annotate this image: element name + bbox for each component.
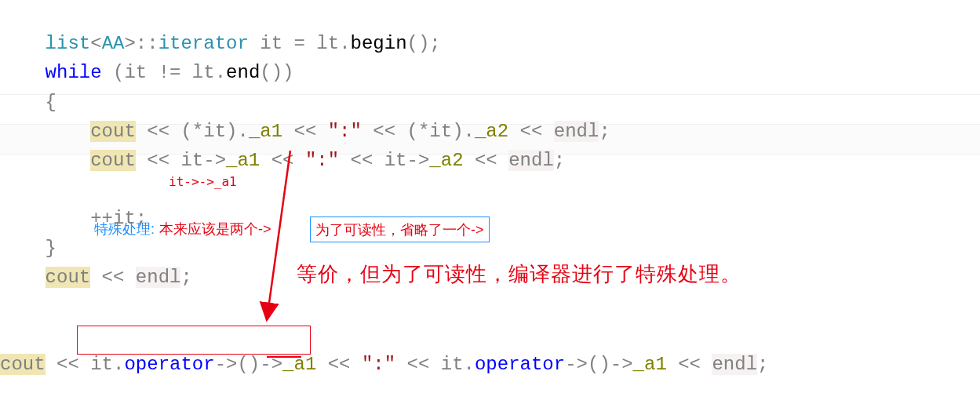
tok-endl: endl bbox=[136, 267, 181, 288]
tok-keyword: operator bbox=[475, 354, 565, 375]
tok-op: << bbox=[282, 121, 328, 142]
tok-ident: it bbox=[260, 33, 282, 54]
tok-ident: it bbox=[124, 62, 147, 83]
tok-op: = bbox=[282, 33, 316, 54]
tok-str: ":" bbox=[305, 150, 339, 171]
tok-op: != bbox=[147, 62, 192, 83]
tok-op: . bbox=[113, 354, 124, 375]
brace: } bbox=[46, 238, 56, 259]
tok-semi: ; bbox=[554, 150, 565, 171]
tok-type: AA bbox=[102, 33, 125, 54]
tok-op: << bbox=[90, 267, 136, 288]
tok-fn: begin bbox=[351, 33, 407, 54]
tok-op: << bbox=[260, 150, 305, 171]
tok-op: << (* bbox=[362, 121, 429, 142]
tok-member: _a1 bbox=[633, 354, 667, 375]
tok-arrow: -> bbox=[407, 150, 430, 171]
tok-member: _a2 bbox=[475, 121, 508, 142]
tok-ident: it bbox=[90, 354, 113, 375]
tok-member: _a1 bbox=[249, 121, 282, 142]
tok-ident: lt bbox=[192, 62, 215, 83]
tok-ident: it bbox=[384, 150, 407, 171]
tok-semi: ; bbox=[757, 354, 768, 375]
tok-op: << bbox=[667, 354, 712, 375]
tok-op: ). bbox=[226, 121, 249, 142]
annotation-main: 等价，但为了可读性，编译器进行了特殊处理。 bbox=[297, 260, 741, 288]
space bbox=[249, 33, 260, 54]
code-block: list<AA>::iterator it = lt.begin(); whil… bbox=[0, 0, 768, 379]
tok-keyword: while bbox=[46, 62, 102, 83]
tok-cout: cout bbox=[90, 150, 136, 171]
tok-endl: endl bbox=[712, 354, 757, 375]
tok-op: << bbox=[136, 150, 181, 171]
tok-fn: end bbox=[226, 62, 260, 83]
tok-endl: endl bbox=[508, 150, 554, 171]
tok-str: ":" bbox=[328, 121, 362, 142]
annotation-special-red: 本来应该是两个-> bbox=[159, 220, 271, 238]
annotation-shorthand: it->->_a1 bbox=[169, 174, 237, 189]
tok-op: ( bbox=[102, 62, 125, 83]
red-box bbox=[77, 326, 311, 355]
tok-keyword: operator bbox=[124, 354, 214, 375]
tok-ident: it bbox=[429, 121, 452, 142]
tok-ident: it bbox=[180, 150, 203, 171]
tok-op: << bbox=[395, 354, 441, 375]
tok-type: list bbox=[46, 33, 91, 54]
tok-cout: cout bbox=[0, 354, 46, 375]
annotation-special-label: 特殊处理: bbox=[94, 220, 155, 238]
blue-box: 为了可读性，省略了一个-> bbox=[310, 217, 490, 242]
tok-member: _a1 bbox=[226, 150, 260, 171]
tok-op: >:: bbox=[124, 33, 158, 54]
tok-op: < bbox=[90, 33, 101, 54]
tok-endl: endl bbox=[554, 121, 599, 142]
tok-cout: cout bbox=[46, 267, 91, 288]
tok-cout: cout bbox=[90, 121, 136, 142]
tok-ident: lt bbox=[316, 33, 339, 54]
tok-type: iterator bbox=[158, 33, 249, 54]
tok-op: << bbox=[46, 354, 91, 375]
tok-op: . bbox=[339, 33, 350, 54]
tok-op: ->()-> bbox=[565, 354, 632, 375]
tok-member: _a2 bbox=[429, 150, 463, 171]
tok-op: << bbox=[316, 354, 362, 375]
tok-op: << bbox=[508, 121, 554, 142]
underline-a1 bbox=[267, 356, 301, 358]
brace: { bbox=[46, 92, 56, 113]
tok-op: ). bbox=[452, 121, 475, 142]
tok-ident: it bbox=[441, 354, 464, 375]
tok-str: ":" bbox=[362, 354, 395, 375]
tok-semi: ; bbox=[180, 267, 191, 288]
tok-op: ()) bbox=[260, 62, 293, 83]
blue-box-text: 为了可读性，省略了一个-> bbox=[315, 222, 484, 238]
tok-ident: it bbox=[203, 121, 226, 142]
tok-op: . bbox=[464, 354, 475, 375]
tok-arrow: -> bbox=[203, 150, 226, 171]
tok-op: << bbox=[464, 150, 509, 171]
tok-op: (); bbox=[407, 33, 441, 54]
tok-op: . bbox=[215, 62, 226, 83]
tok-op: << (* bbox=[136, 121, 203, 142]
tok-op: << bbox=[339, 150, 384, 171]
tok-semi: ; bbox=[599, 121, 610, 142]
